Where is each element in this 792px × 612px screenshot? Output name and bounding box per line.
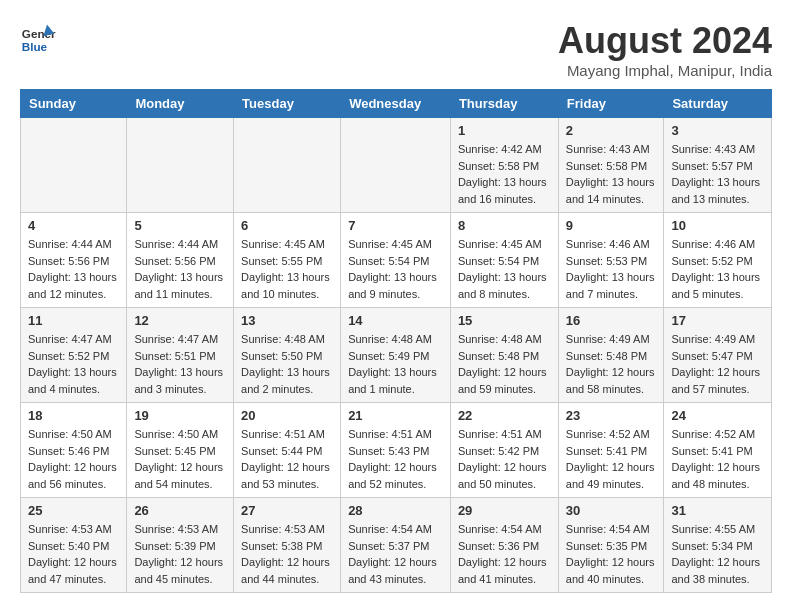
day-header-sunday: Sunday [21,90,127,118]
day-info: Sunrise: 4:54 AM [348,521,443,538]
day-info: Sunrise: 4:45 AM [458,236,551,253]
month-title: August 2024 [558,20,772,62]
day-info: Sunrise: 4:46 AM [671,236,764,253]
day-number: 23 [566,408,657,423]
day-info: Daylight: 12 hours and 56 minutes. [28,459,119,492]
day-info: Daylight: 12 hours and 57 minutes. [671,364,764,397]
day-info: Sunset: 5:46 PM [28,443,119,460]
day-info: Sunset: 5:52 PM [671,253,764,270]
day-info: Sunset: 5:54 PM [458,253,551,270]
day-info: Sunset: 5:49 PM [348,348,443,365]
day-number: 4 [28,218,119,233]
day-info: Sunrise: 4:48 AM [241,331,333,348]
day-info: Sunrise: 4:45 AM [241,236,333,253]
day-info: Sunset: 5:48 PM [566,348,657,365]
calendar-cell: 2Sunrise: 4:43 AMSunset: 5:58 PMDaylight… [558,118,664,213]
day-info: Daylight: 13 hours and 5 minutes. [671,269,764,302]
day-info: Daylight: 12 hours and 59 minutes. [458,364,551,397]
day-info: Sunrise: 4:50 AM [28,426,119,443]
day-info: Sunrise: 4:52 AM [566,426,657,443]
calendar-cell: 4Sunrise: 4:44 AMSunset: 5:56 PMDaylight… [21,213,127,308]
day-info: Sunset: 5:41 PM [566,443,657,460]
day-info: Sunrise: 4:44 AM [134,236,226,253]
week-row-3: 11Sunrise: 4:47 AMSunset: 5:52 PMDayligh… [21,308,772,403]
day-info: Sunrise: 4:51 AM [348,426,443,443]
day-info: Sunrise: 4:46 AM [566,236,657,253]
calendar-cell: 10Sunrise: 4:46 AMSunset: 5:52 PMDayligh… [664,213,772,308]
day-info: Daylight: 13 hours and 7 minutes. [566,269,657,302]
day-info: Sunset: 5:47 PM [671,348,764,365]
day-info: Daylight: 12 hours and 47 minutes. [28,554,119,587]
week-row-5: 25Sunrise: 4:53 AMSunset: 5:40 PMDayligh… [21,498,772,593]
calendar-cell [127,118,234,213]
calendar-cell: 12Sunrise: 4:47 AMSunset: 5:51 PMDayligh… [127,308,234,403]
day-info: Daylight: 12 hours and 43 minutes. [348,554,443,587]
location: Mayang Imphal, Manipur, India [558,62,772,79]
calendar-cell: 25Sunrise: 4:53 AMSunset: 5:40 PMDayligh… [21,498,127,593]
day-info: Daylight: 13 hours and 13 minutes. [671,174,764,207]
day-number: 19 [134,408,226,423]
day-header-saturday: Saturday [664,90,772,118]
day-info: Sunset: 5:53 PM [566,253,657,270]
day-number: 31 [671,503,764,518]
day-number: 13 [241,313,333,328]
calendar-cell [341,118,451,213]
day-info: Sunset: 5:52 PM [28,348,119,365]
calendar-cell: 18Sunrise: 4:50 AMSunset: 5:46 PMDayligh… [21,403,127,498]
day-info: Daylight: 13 hours and 8 minutes. [458,269,551,302]
day-info: Sunset: 5:37 PM [348,538,443,555]
day-number: 29 [458,503,551,518]
day-number: 17 [671,313,764,328]
week-row-2: 4Sunrise: 4:44 AMSunset: 5:56 PMDaylight… [21,213,772,308]
calendar-cell: 13Sunrise: 4:48 AMSunset: 5:50 PMDayligh… [234,308,341,403]
day-number: 9 [566,218,657,233]
calendar-cell: 5Sunrise: 4:44 AMSunset: 5:56 PMDaylight… [127,213,234,308]
logo-icon: General Blue [20,20,56,56]
calendar-cell: 23Sunrise: 4:52 AMSunset: 5:41 PMDayligh… [558,403,664,498]
day-info: Daylight: 12 hours and 41 minutes. [458,554,551,587]
day-info: Daylight: 12 hours and 38 minutes. [671,554,764,587]
day-info: Daylight: 13 hours and 11 minutes. [134,269,226,302]
day-number: 10 [671,218,764,233]
day-header-thursday: Thursday [450,90,558,118]
day-info: Daylight: 13 hours and 2 minutes. [241,364,333,397]
day-info: Sunset: 5:58 PM [566,158,657,175]
day-info: Daylight: 13 hours and 14 minutes. [566,174,657,207]
day-info: Sunrise: 4:53 AM [134,521,226,538]
day-number: 11 [28,313,119,328]
day-header-friday: Friday [558,90,664,118]
day-info: Daylight: 12 hours and 54 minutes. [134,459,226,492]
day-info: Daylight: 13 hours and 1 minute. [348,364,443,397]
day-info: Sunrise: 4:54 AM [566,521,657,538]
day-number: 27 [241,503,333,518]
day-number: 28 [348,503,443,518]
calendar-cell: 21Sunrise: 4:51 AMSunset: 5:43 PMDayligh… [341,403,451,498]
day-info: Sunrise: 4:47 AM [134,331,226,348]
day-info: Sunset: 5:55 PM [241,253,333,270]
day-info: Sunrise: 4:55 AM [671,521,764,538]
day-info: Daylight: 12 hours and 44 minutes. [241,554,333,587]
day-info: Daylight: 12 hours and 49 minutes. [566,459,657,492]
day-info: Daylight: 12 hours and 40 minutes. [566,554,657,587]
day-number: 21 [348,408,443,423]
day-info: Sunrise: 4:43 AM [566,141,657,158]
calendar-cell: 1Sunrise: 4:42 AMSunset: 5:58 PMDaylight… [450,118,558,213]
day-info: Sunset: 5:56 PM [134,253,226,270]
day-info: Sunset: 5:48 PM [458,348,551,365]
calendar-cell: 11Sunrise: 4:47 AMSunset: 5:52 PMDayligh… [21,308,127,403]
page-header: General Blue August 2024 Mayang Imphal, … [20,20,772,79]
day-number: 22 [458,408,551,423]
day-info: Sunset: 5:56 PM [28,253,119,270]
calendar-cell: 6Sunrise: 4:45 AMSunset: 5:55 PMDaylight… [234,213,341,308]
day-info: Sunset: 5:44 PM [241,443,333,460]
calendar-cell: 19Sunrise: 4:50 AMSunset: 5:45 PMDayligh… [127,403,234,498]
day-number: 12 [134,313,226,328]
day-info: Sunset: 5:41 PM [671,443,764,460]
svg-text:Blue: Blue [22,40,48,53]
calendar-cell: 17Sunrise: 4:49 AMSunset: 5:47 PMDayligh… [664,308,772,403]
day-info: Daylight: 13 hours and 4 minutes. [28,364,119,397]
day-info: Daylight: 13 hours and 9 minutes. [348,269,443,302]
day-info: Sunset: 5:34 PM [671,538,764,555]
week-row-4: 18Sunrise: 4:50 AMSunset: 5:46 PMDayligh… [21,403,772,498]
day-info: Sunrise: 4:42 AM [458,141,551,158]
